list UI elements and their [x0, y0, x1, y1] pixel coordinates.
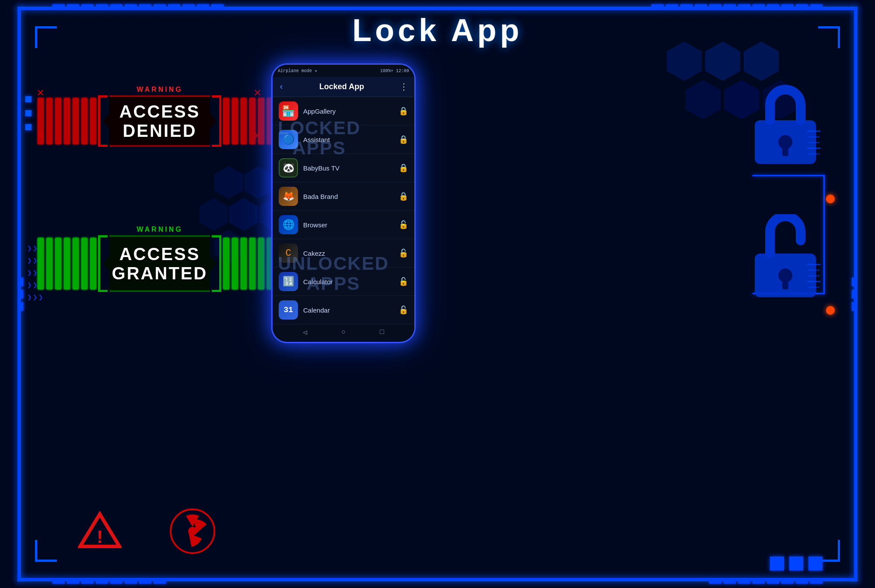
svg-rect-14: [782, 280, 788, 289]
lock-icon-browser[interactable]: 🔓: [399, 220, 408, 230]
app-list: 🏪 AppGallery 🔒 🔵 Assistant 🔒 🐼 BabyBus T…: [273, 97, 414, 324]
access-granted-section: WARNING ACCESS GRANTED: [38, 226, 282, 292]
menu-button[interactable]: ⋮: [399, 81, 408, 92]
warning-label-granted: WARNING: [38, 226, 282, 233]
access-denied-section: WARNING ACCESS DENIED: [38, 86, 282, 147]
nav-home-button[interactable]: ○: [341, 328, 346, 336]
dot-indicator-top: [826, 195, 835, 203]
granted-center-box: ACCESS GRANTED: [109, 235, 210, 292]
denied-corner-tl: ✕: [37, 85, 44, 100]
denied-stripes-left: [38, 95, 96, 147]
bottom-dot-2: [789, 557, 803, 571]
svg-rect-6: [782, 146, 788, 156]
access-granted-text-line2: GRANTED: [112, 264, 208, 283]
corner-bracket-bl: [35, 540, 57, 562]
app-icon-babybus: 🐼: [279, 158, 298, 177]
phone-mockup: Airplane mode ✈ 100%+ 12:09 ‹ Locked App…: [271, 63, 416, 343]
status-airplane: Airplane mode ✈: [278, 68, 317, 73]
frame-notch-right: [852, 278, 855, 311]
app-item-cakezz[interactable]: C Cakezz 🔓: [273, 239, 414, 268]
lock-icon-bada[interactable]: 🔒: [399, 191, 408, 201]
lock-icon-appgallery[interactable]: 🔒: [399, 106, 408, 116]
app-name-calendar: Calendar: [303, 306, 330, 314]
corner-bracket-tr: [818, 26, 840, 48]
granted-stripes-left: [38, 235, 96, 292]
phone-status-bar: Airplane mode ✈ 100%+ 12:09: [273, 65, 414, 77]
dot-indicator-bottom: [826, 306, 835, 315]
bottom-indicator-dots: [770, 557, 822, 571]
app-icon-cakezz: C: [279, 244, 298, 263]
app-name-cakezz: Cakezz: [303, 250, 325, 257]
frame-dashes-top-right: [651, 4, 822, 8]
access-granted-text-line1: ACCESS: [112, 244, 208, 264]
lock-icon-babybus[interactable]: 🔒: [399, 163, 408, 173]
corner-bracket-tl: [35, 26, 57, 48]
warning-triangle-icon: !: [78, 511, 122, 552]
app-name-babybus: BabyBus TV: [303, 164, 340, 172]
access-denied-text-line1: ACCESS: [119, 102, 200, 121]
status-battery-time: 100%+ 12:09: [380, 69, 409, 73]
app-icon-appgallery: 🏪: [279, 101, 298, 121]
nav-recent-button[interactable]: □: [380, 328, 384, 336]
back-button[interactable]: ‹: [279, 82, 284, 92]
status-left: Airplane mode ✈: [278, 68, 317, 73]
nav-back-button[interactable]: ◁: [303, 328, 307, 337]
big-lock-open: [746, 214, 825, 304]
denied-corner-bl: ✕: [37, 128, 44, 143]
frame-notch-left: [20, 278, 23, 311]
app-icon-bada: 🦊: [279, 187, 298, 206]
frame-dashes-bottom-right: [709, 580, 822, 584]
app-icon-calendar: 31: [279, 300, 298, 320]
lock-icon-calendar[interactable]: 🔓: [399, 305, 408, 315]
denied-corner-tr: ✕: [254, 85, 261, 100]
bottom-dot-1: [770, 557, 784, 571]
lock-icon-cakezz[interactable]: 🔓: [399, 248, 408, 258]
denied-center-box: ACCESS DENIED: [109, 95, 210, 147]
bottom-dot-3: [808, 557, 822, 571]
frame-dashes-bottom-left: [52, 580, 166, 584]
locked-app-title: Locked App: [319, 82, 364, 91]
app-item-appgallery[interactable]: 🏪 AppGallery 🔒: [273, 97, 414, 125]
app-icon-calculator: 🔢: [279, 272, 298, 291]
app-item-browser[interactable]: 🌐 Browser 🔓: [273, 211, 414, 239]
svg-text:!: !: [94, 528, 105, 549]
radiation-icon: [168, 507, 217, 557]
app-name-assistant: Assistant: [303, 136, 330, 143]
denied-corner-br: ✕: [254, 128, 261, 143]
access-denied-text-line2: DENIED: [119, 121, 200, 140]
page-title: Lock App: [352, 12, 522, 48]
big-lock-closed: [746, 81, 825, 170]
left-side-dots: [25, 96, 32, 130]
status-right: 100%+ 12:09: [380, 69, 409, 73]
app-name-calculator: Calculator: [303, 278, 333, 285]
app-icon-browser: 🌐: [279, 215, 298, 234]
app-item-calculator[interactable]: 🔢 Calculator 🔓: [273, 268, 414, 296]
warning-label-denied: WARNING: [38, 86, 282, 94]
app-icon-assistant: 🔵: [279, 130, 298, 149]
app-item-babybus[interactable]: 🐼 BabyBus TV 🔒: [273, 154, 414, 182]
lock-icon-assistant[interactable]: 🔒: [399, 135, 408, 144]
circuit-line-h1: [752, 175, 825, 176]
app-item-calendar[interactable]: 31 Calendar 🔓: [273, 296, 414, 324]
app-name-bada: Bada Brand: [303, 193, 338, 200]
app-name-appgallery: AppGallery: [303, 108, 336, 115]
frame-dashes-top-left: [52, 4, 224, 8]
app-item-bada[interactable]: 🦊 Bada Brand 🔒: [273, 182, 414, 211]
app-item-assistant[interactable]: 🔵 Assistant 🔒: [273, 125, 414, 154]
phone-header: ‹ Locked App ⋮: [273, 77, 414, 97]
app-name-browser: Browser: [303, 221, 327, 229]
lock-icon-calculator[interactable]: 🔓: [399, 277, 408, 286]
phone-nav-bar: ◁ ○ □: [273, 324, 414, 340]
